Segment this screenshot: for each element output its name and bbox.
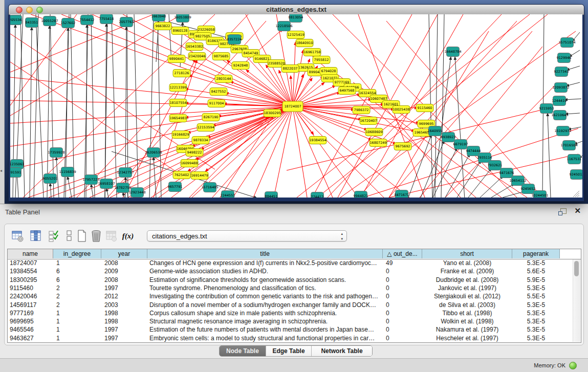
- table-cell[interactable]: Estimation of the future numbers of pati…: [147, 325, 385, 334]
- table-cell[interactable]: Changes of HCN gene expression and I(f) …: [147, 259, 385, 267]
- combo-stepper-icon[interactable]: ▴▾: [341, 231, 343, 242]
- function-builder-icon[interactable]: f(x): [121, 229, 135, 243]
- table-cell[interactable]: Tourette syndrome. Phenomenology and cla…: [147, 284, 385, 292]
- graph-node[interactable]: 391591: [10, 168, 21, 178]
- table-cell[interactable]: 18724007: [8, 259, 55, 267]
- table-cell[interactable]: 6: [53, 267, 104, 275]
- graph-node[interactable]: 843351: [26, 18, 38, 28]
- table-cell[interactable]: 5.5E-5: [512, 292, 560, 300]
- table-cell[interactable]: Structural magnetic resonance image aver…: [147, 317, 385, 325]
- graph-node[interactable]: 9657791: [168, 182, 183, 192]
- close-panel-icon[interactable]: ✕: [574, 206, 581, 215]
- graph-node[interactable]: 16807249: [369, 139, 387, 147]
- graph-node[interactable]: 9878334: [192, 137, 209, 144]
- table-cell[interactable]: 9699695: [8, 317, 55, 325]
- table-cell[interactable]: 1997: [101, 325, 150, 334]
- table-cell[interactable]: Stergiakouli et al. (2012): [422, 292, 512, 300]
- table-row[interactable]: 1872400712008Changes of HCN gene express…: [8, 259, 573, 267]
- table-cell[interactable]: 2: [53, 301, 104, 309]
- graph-node[interactable]: 6794028: [320, 68, 337, 75]
- table-cell[interactable]: de Silva et al. (2003): [422, 301, 512, 309]
- graph-node[interactable]: 8822037: [281, 65, 299, 73]
- table-cell[interactable]: 0: [383, 284, 425, 292]
- graph-node[interactable]: 9129946: [557, 53, 572, 63]
- table-cell[interactable]: 5.3E-5: [512, 334, 560, 342]
- column-header-title[interactable]: title: [147, 249, 383, 258]
- graph-node[interactable]: 12093872: [552, 83, 569, 93]
- graph-node[interactable]: 10055287: [41, 16, 58, 26]
- graph-hub-node[interactable]: 18724007: [282, 101, 303, 112]
- graph-node[interactable]: 2244551: [221, 191, 235, 198]
- table-cell[interactable]: Disruption of a novel member of a sodium…: [147, 301, 385, 309]
- network-window-titlebar[interactable]: citations_edges.txt: [9, 5, 584, 15]
- graph-node[interactable]: 8427552: [210, 88, 227, 96]
- table-cell[interactable]: 18300295: [8, 276, 55, 284]
- graph-node[interactable]: 16961758: [303, 49, 321, 56]
- table-cell[interactable]: 1997: [101, 334, 150, 342]
- table-cell[interactable]: Investigating the contribution of common…: [147, 292, 385, 300]
- memory-status-icon[interactable]: [569, 362, 577, 369]
- graph-node[interactable]: 9215953: [539, 104, 554, 114]
- graph-node[interactable]: 16958107: [98, 179, 115, 189]
- graph-node[interactable]: 9663822: [154, 23, 171, 30]
- network-window[interactable]: citations_edges.txt 18724007123254191864…: [8, 4, 584, 202]
- graph-node[interactable]: 19384554: [309, 137, 326, 144]
- graph-node[interactable]: 16543382: [186, 43, 203, 51]
- graph-node[interactable]: 16210643: [551, 111, 568, 120]
- graph-node[interactable]: 9944821: [354, 191, 368, 198]
- table-cell[interactable]: Hescheler et al. (1997): [422, 334, 512, 342]
- graph-node[interactable]: 1527602: [61, 18, 76, 28]
- graph-node[interactable]: 8938923: [441, 133, 456, 142]
- graph-node[interactable]: 17957223: [82, 175, 99, 185]
- graph-node[interactable]: 1640955: [428, 126, 443, 136]
- graph-node[interactable]: 1244419: [552, 96, 567, 106]
- graph-node[interactable]: 10688609: [365, 128, 383, 136]
- graph-node[interactable]: 9242848: [232, 62, 249, 70]
- table-cell[interactable]: 2008: [101, 259, 150, 267]
- graph-node[interactable]: 12923448: [128, 188, 145, 198]
- graph-node[interactable]: 9890441: [168, 55, 185, 63]
- column-header-pagerank[interactable]: pagerank: [512, 249, 560, 258]
- table-cell[interactable]: 1998: [101, 317, 150, 325]
- table-cell[interactable]: 5.6E-5: [512, 267, 560, 275]
- select-columns-icon[interactable]: [47, 229, 60, 243]
- table-row[interactable]: 1456911722003Disruption of a novel membe…: [8, 301, 573, 309]
- graph-node[interactable]: 11156839: [59, 167, 76, 177]
- table-cell[interactable]: 2: [53, 284, 104, 292]
- graph-node[interactable]: 17016504: [560, 141, 577, 150]
- table-cell[interactable]: 1: [53, 325, 104, 334]
- graph-node[interactable]: 12153594: [197, 124, 214, 132]
- graph-node[interactable]: 9245012: [570, 170, 582, 180]
- graph-node[interactable]: 12342757: [117, 168, 134, 178]
- graph-node[interactable]: 6679197: [453, 140, 468, 149]
- table-cell[interactable]: 0: [383, 317, 425, 325]
- table-cell[interactable]: Jankovic et al. (1997): [422, 284, 512, 292]
- graph-node[interactable]: 8267190: [202, 114, 220, 121]
- table-type-tabs[interactable]: Node TableEdge TableNetwork Table: [219, 345, 373, 357]
- table-row[interactable]: 969969511998Structural magnetic resonanc…: [8, 317, 573, 325]
- table-cell[interactable]: Embryonic stem cells: a model to study s…: [147, 334, 385, 342]
- graph-node[interactable]: 16053809: [174, 14, 191, 23]
- graph-node[interactable]: 18640910: [296, 39, 313, 47]
- column-header-year[interactable]: year: [101, 249, 147, 258]
- table-cell[interactable]: 1: [53, 259, 104, 267]
- table-cell[interactable]: 0: [383, 292, 425, 300]
- graph-node[interactable]: 6497568: [338, 87, 356, 95]
- table-cell[interactable]: 5.3E-5: [512, 301, 560, 309]
- graph-node[interactable]: 10244501: [531, 191, 548, 198]
- graph-node[interactable]: 205536: [10, 15, 22, 25]
- column-header-short[interactable]: short: [422, 249, 512, 258]
- node-table[interactable]: namein_degreeyeartitle△ out_de...shortpa…: [7, 249, 581, 343]
- graph-node[interactable]: 23420046: [188, 53, 206, 60]
- table-cell[interactable]: 22420046: [8, 292, 55, 300]
- graph-node[interactable]: 9115460: [416, 104, 433, 112]
- table-cell[interactable]: 5.3E-5: [512, 309, 560, 317]
- column-header-in_degree[interactable]: in_degree: [53, 249, 101, 258]
- table-row[interactable]: 2242004622012Investigating the contribut…: [8, 292, 573, 300]
- table-cell[interactable]: Nakamura et al. (1997): [422, 325, 512, 334]
- table-cell[interactable]: 9115460: [8, 284, 55, 292]
- graph-node[interactable]: 15751074: [558, 38, 575, 48]
- column-header-name[interactable]: name: [8, 249, 53, 258]
- table-cell[interactable]: 6: [53, 276, 104, 284]
- table-cell[interactable]: Estimation of significance thresholds fo…: [147, 276, 385, 284]
